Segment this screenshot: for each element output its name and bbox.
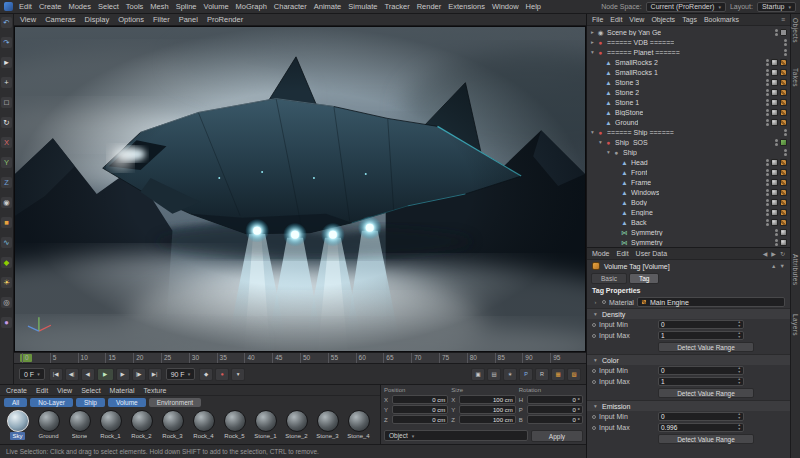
visibility-dots[interactable] [766, 79, 769, 86]
visibility-dot-icon[interactable] [784, 133, 787, 136]
density-input-min-field[interactable]: 0▲▼ [658, 320, 744, 329]
visibility-dots[interactable] [766, 159, 769, 166]
object-row-engine[interactable]: ▲Engine [587, 207, 790, 217]
visibility-dot-icon[interactable] [766, 213, 769, 216]
expand-arrow-icon[interactable]: ▾ [597, 139, 604, 145]
menu-simulate[interactable]: Simulate [348, 2, 377, 11]
keyframe-selection-button[interactable]: ▾ [231, 368, 245, 381]
visibility-dot-icon[interactable] [766, 183, 769, 186]
texture-view-button[interactable]: ▦ [551, 368, 565, 381]
timeline-tick[interactable]: 85 [495, 353, 523, 363]
attr-tab-basic[interactable]: Basic [591, 273, 627, 284]
menu-edit[interactable]: Edit [19, 2, 32, 11]
rotate-icon[interactable]: ↻ [1, 117, 12, 128]
timeline-tick[interactable]: 75 [439, 353, 467, 363]
viewport-menu-filter[interactable]: Filter [153, 15, 170, 24]
visibility-dot-icon[interactable] [766, 199, 769, 202]
visibility-dot-icon[interactable] [775, 233, 778, 236]
visibility-dot-icon[interactable] [766, 109, 769, 112]
current-frame-field[interactable]: 0 F ▾ [19, 368, 45, 380]
timeline-tick[interactable]: 15 [105, 353, 133, 363]
density-input-max-field[interactable]: 1▲▼ [658, 331, 744, 340]
live-selection-icon[interactable]: ► [1, 57, 12, 68]
spinner-icon[interactable]: ▲▼ [738, 367, 741, 374]
scroll-up-icon[interactable]: ▲ [771, 263, 776, 269]
objects-menu-tags[interactable]: Tags [682, 16, 697, 23]
timeline-tick[interactable]: 5 [50, 353, 78, 363]
viewport-menu-panel[interactable]: Panel [179, 15, 198, 24]
attr-menu-user-data[interactable]: User Data [636, 250, 668, 257]
material-tag-icon[interactable] [780, 69, 787, 76]
material-tag-icon[interactable] [780, 199, 787, 206]
redo-icon[interactable]: ↷ [1, 37, 12, 48]
visibility-dot-icon[interactable] [766, 113, 769, 116]
material-stone-2[interactable]: Stone_2 [282, 410, 311, 443]
layer-tab-volume[interactable]: Volume [108, 398, 146, 407]
node-space-dropdown[interactable]: Current (ProRender) ▾ [646, 2, 726, 12]
visibility-dots[interactable] [784, 149, 787, 156]
visibility-dot-icon[interactable] [766, 193, 769, 196]
coord-field-position-y[interactable]: 0 cm [392, 405, 448, 414]
visibility-dot-icon[interactable] [766, 59, 769, 62]
object-row-smallrocks-1[interactable]: ▲SmallRocks 1 [587, 67, 790, 77]
material-tag-icon[interactable] [780, 189, 787, 196]
material-rock-3[interactable]: Rock_3 [158, 410, 187, 443]
visibility-dot-icon[interactable] [784, 129, 787, 132]
material-tag-icon[interactable] [780, 179, 787, 186]
material-stone-1[interactable]: Stone_1 [251, 410, 280, 443]
phong-tag-icon[interactable] [771, 89, 778, 96]
add-spline-icon[interactable]: ∿ [1, 237, 12, 248]
visibility-dots[interactable] [766, 179, 769, 186]
objects-menu-bookmarks[interactable]: Bookmarks [704, 16, 739, 23]
visibility-dot-icon[interactable] [766, 73, 769, 76]
material-tag-icon[interactable] [780, 59, 787, 66]
coord-field-size-x[interactable]: 100 cm [459, 395, 515, 404]
expand-arrow-icon[interactable]: › [592, 299, 599, 305]
spinner-icon[interactable]: ▲▼ [738, 321, 741, 328]
menu-volume[interactable]: Volume [204, 2, 229, 11]
material-stone[interactable]: Stone [65, 410, 94, 443]
add-material-icon[interactable]: ● [1, 317, 12, 328]
keyframe-dot[interactable] [592, 323, 596, 327]
layer-tab-all[interactable]: All [4, 398, 27, 407]
visibility-dot-icon[interactable] [784, 49, 787, 52]
phong-tag-icon[interactable] [771, 69, 778, 76]
menu-window[interactable]: Window [492, 2, 519, 11]
material-stone-3[interactable]: Stone_3 [313, 410, 342, 443]
visibility-dot-icon[interactable] [766, 103, 769, 106]
add-camera-icon[interactable]: ◎ [1, 297, 12, 308]
emission-input-max-field[interactable]: 0.996▲▼ [658, 423, 744, 432]
menu-mograph[interactable]: MoGraph [236, 2, 267, 11]
visibility-dots[interactable] [766, 69, 769, 76]
keyframe-dot[interactable] [592, 415, 596, 419]
visibility-dots[interactable] [766, 199, 769, 206]
object-row-stone-1[interactable]: ▲Stone 1 [587, 97, 790, 107]
phong-tag-icon[interactable] [771, 79, 778, 86]
menu-tools[interactable]: Tools [126, 2, 144, 11]
phong-tag-icon[interactable] [780, 239, 787, 246]
detect-value-range-button[interactable]: Detect Value Range [658, 388, 754, 398]
visibility-dots[interactable] [766, 109, 769, 116]
phong-tag-icon[interactable] [771, 209, 778, 216]
spinner-icon[interactable]: ▲▼ [738, 332, 741, 339]
visibility-dots[interactable] [766, 99, 769, 106]
menu-spline[interactable]: Spline [176, 2, 197, 11]
material-rock-5[interactable]: Rock_5 [220, 410, 249, 443]
visibility-dot-icon[interactable] [766, 89, 769, 92]
object-row-smallrocks-2[interactable]: ▲SmallRocks 2 [587, 57, 790, 67]
add-cube-icon[interactable]: ■ [1, 217, 12, 228]
timeline-tick[interactable]: 55 [328, 353, 356, 363]
visibility-dot-icon[interactable] [766, 93, 769, 96]
visibility-dot-icon[interactable] [766, 179, 769, 182]
object-row-planet[interactable]: ▾●====== Planet ====== [587, 47, 790, 57]
history-icon[interactable]: ↻ [780, 250, 785, 257]
layer-tab-ship[interactable]: Ship [76, 398, 105, 407]
object-row-ground[interactable]: ▲Ground [587, 117, 790, 127]
material-stone-4[interactable]: Stone_4 [344, 410, 373, 443]
transport-goto-end-button[interactable]: ▶| [148, 368, 162, 381]
viewport-menu-cameras[interactable]: Cameras [45, 15, 75, 24]
timeline-tick[interactable]: 45 [272, 353, 300, 363]
menu-create[interactable]: Create [39, 2, 62, 11]
object-row-back[interactable]: ▲Back [587, 217, 790, 227]
timeline-tick[interactable]: 80 [467, 353, 495, 363]
